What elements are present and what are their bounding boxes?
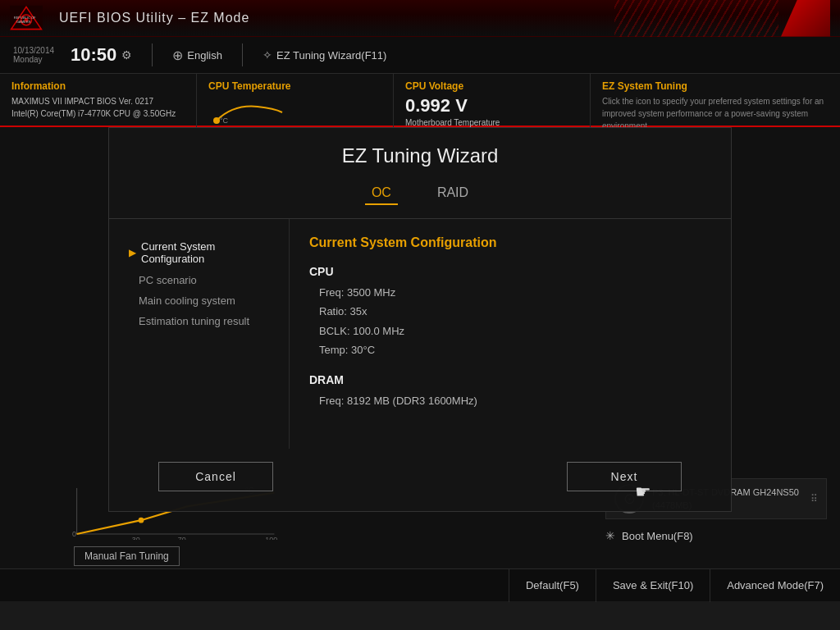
cpu-temp: Temp: 30°C: [309, 340, 711, 359]
globe-icon: ⊕: [172, 48, 183, 63]
svg-point-6: [213, 117, 220, 124]
rog-logo-svg: REPUBLIC OF GAMERS: [10, 5, 43, 31]
ez-system-title: EZ System Tuning: [602, 80, 829, 92]
svg-text:0: 0: [72, 530, 76, 538]
cpu-bclk: BCLK: 100.0 MHz: [309, 322, 711, 340]
default-f5-button[interactable]: Default(F5): [509, 569, 596, 602]
dram-section-title: DRAM: [309, 373, 711, 386]
svg-text:100: 100: [265, 536, 277, 540]
svg-text:°C: °C: [220, 116, 229, 125]
time-text: 10:50: [71, 44, 116, 66]
nav-item-estimation[interactable]: Estimation tuning result: [122, 311, 276, 331]
drive-options-icon[interactable]: ⠿: [810, 493, 818, 504]
cpu-voltage-value: 0.992 V: [405, 95, 578, 116]
dram-freq: Freq: 8192 MB (DDR3 1600MHz): [309, 391, 711, 410]
ez-tuning-wizard-button[interactable]: ✧ EZ Tuning Wizard(F11): [262, 48, 386, 62]
nav-arrow-icon: ▶: [129, 247, 136, 258]
day-text: Monday: [13, 55, 54, 64]
divider2: [242, 43, 243, 66]
status-bar: 10/13/2014 Monday 10:50 ⚙ ⊕ English ✧ EZ…: [0, 37, 840, 74]
time-display: 10:50 ⚙: [71, 44, 132, 66]
info-bar: Information MAXIMUS VII IMPACT BIOS Ver.…: [0, 74, 840, 127]
cpu-voltage-title: CPU Voltage: [405, 80, 578, 92]
cpu-section: CPU Freq: 3500 MHz Ratio: 35x BCLK: 100.…: [309, 265, 711, 360]
svg-point-10: [139, 518, 144, 523]
wizard-content: Current System Configuration CPU Freq: 3…: [290, 219, 731, 449]
date-text: 10/13/2014: [13, 46, 54, 55]
nav-item-current-config[interactable]: ▶ Current System Configuration: [122, 235, 276, 270]
wizard-title: EZ Tuning Wizard: [109, 128, 731, 176]
wizard-nav: ▶ Current System Configuration PC scenar…: [109, 219, 290, 449]
settings-icon[interactable]: ⚙: [121, 48, 132, 62]
content-title: Current System Configuration: [309, 235, 711, 250]
tab-oc[interactable]: OC: [365, 182, 398, 205]
next-button[interactable]: Next: [567, 462, 682, 491]
save-exit-f10-button[interactable]: Save & Exit(F10): [596, 569, 710, 602]
boot-menu-label: Boot Menu(F8): [622, 530, 693, 542]
cursor-pointer-indicator: ☛: [635, 482, 651, 503]
language-label: English: [187, 49, 222, 62]
info-line2: Intel(R) Core(TM) i7-4770K CPU @ 3.50GHz: [11, 107, 185, 120]
rog-logo-container: REPUBLIC OF GAMERS: [10, 5, 43, 31]
svg-text:REPUBLIC OF: REPUBLIC OF: [14, 16, 36, 20]
manual-fan-tuning-button[interactable]: Manual Fan Tuning: [74, 546, 180, 566]
boot-icon: ✳: [605, 529, 615, 542]
advanced-mode-f7-button[interactable]: Advanced Mode(F7): [710, 569, 840, 602]
nav-item-pc-scenario[interactable]: PC scenario: [122, 270, 276, 290]
nav-item-cooling[interactable]: Main cooling system: [122, 290, 276, 311]
wand-icon: ✧: [262, 48, 272, 62]
bios-title: UEFI BIOS Utility – EZ Mode: [59, 11, 249, 25]
cpu-temp-gauge: °C: [208, 100, 290, 125]
bottom-bar: Default(F5) Save & Exit(F10) Advanced Mo…: [0, 568, 840, 601]
cpu-section-title: CPU: [309, 265, 711, 278]
svg-text:70: 70: [178, 536, 186, 540]
wizard-body: ▶ Current System Configuration PC scenar…: [109, 219, 731, 449]
tab-raid[interactable]: RAID: [431, 182, 475, 205]
info-line1: MAXIMUS VII IMPACT BIOS Ver. 0217: [11, 95, 185, 107]
ez-wizard-label: EZ Tuning Wizard(F11): [276, 49, 386, 62]
language-button[interactable]: ⊕ English: [172, 48, 222, 63]
boot-menu-button[interactable]: ✳ Boot Menu(F8): [605, 526, 827, 546]
nav-item-label-config: Current System Configuration: [141, 240, 269, 265]
divider: [152, 43, 153, 66]
cancel-button[interactable]: Cancel: [158, 462, 273, 491]
datetime-display: 10/13/2014 Monday: [13, 46, 54, 64]
header-bar: REPUBLIC OF GAMERS UEFI BIOS Utility – E…: [0, 0, 840, 37]
info-section-title: Information: [11, 80, 185, 92]
svg-text:GAMERS: GAMERS: [16, 20, 31, 24]
wizard-tabs: OC RAID: [109, 176, 731, 219]
ez-tuning-wizard-modal: EZ Tuning Wizard OC RAID ▶ Current Syste…: [108, 127, 732, 512]
cpu-freq: Freq: 3500 MHz: [309, 283, 711, 302]
main-area: °C 0 30 70 100 Manual Fan Tuning ⊙ P3: H…: [0, 127, 840, 601]
cpu-ratio: Ratio: 35x: [309, 302, 711, 321]
svg-text:30: 30: [132, 536, 140, 540]
dram-section: DRAM Freq: 8192 MB (DDR3 1600MHz): [309, 373, 711, 410]
cpu-temp-title: CPU Temperature: [208, 80, 381, 92]
